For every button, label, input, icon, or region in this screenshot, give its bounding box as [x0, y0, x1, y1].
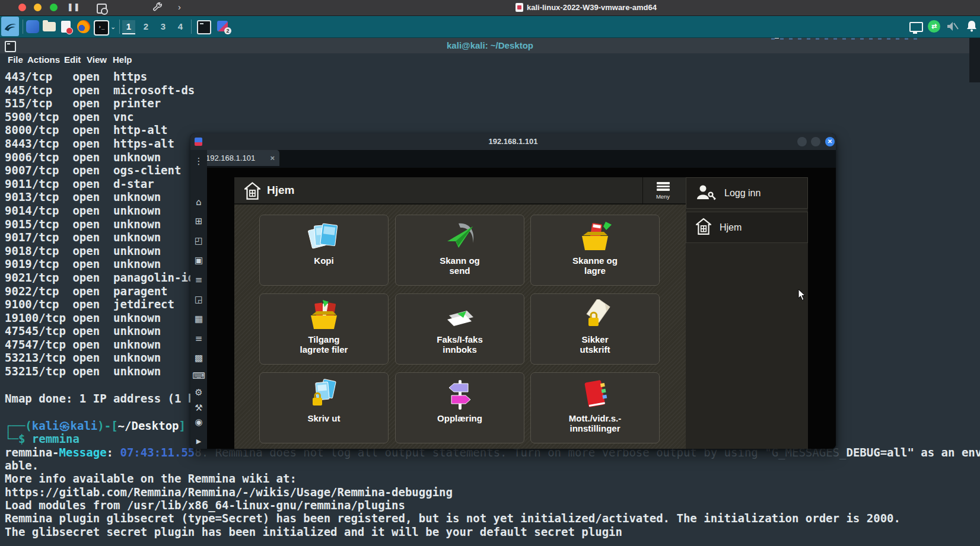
toolbar-tools-icon[interactable]: ⚒	[190, 401, 207, 414]
toolbar-scaling-options-icon[interactable]: ≡	[190, 273, 207, 286]
toolbar-screenshot-icon[interactable]: ◉	[190, 416, 207, 429]
kali-dragon-icon	[3, 20, 17, 34]
remmina-maximize-button[interactable]	[811, 137, 820, 146]
toolbar-fullscreen-icon[interactable]: ▣	[190, 254, 207, 267]
tile-label: Skanne og lagre	[572, 256, 618, 276]
printer-page-title: Hjem	[267, 184, 294, 197]
firefox-icon[interactable]	[77, 20, 90, 33]
printer-tile-rx-forwarding-settings[interactable]: Mott./vidr.s.- innstillinger	[530, 372, 660, 443]
stored-files-box-icon	[305, 298, 343, 334]
nmap-done-line: Nmap done: 1 IP address (1 ho	[5, 392, 202, 405]
display-settings-icon[interactable]	[909, 22, 923, 32]
terminal-menubar: File Actions Edit View Help	[0, 53, 980, 68]
printer-tile-scan-and-store[interactable]: Skanne og lagre	[530, 215, 660, 286]
mac-minimize-button[interactable]	[34, 4, 42, 11]
desktop: ❚❚ › kali-linux-2022-W39-vmware-amd64 ›_…	[0, 0, 980, 546]
remmina-window: 192.168.1.101 ✕ 192.168.1.101 × ⋮ ⌂ ⊞ ◰ …	[190, 133, 836, 449]
print-cards-lock-icon	[305, 376, 343, 413]
terminal-window-title: kali@kali: ~/Desktop	[0, 40, 980, 50]
terminal-log-line: More info available on the Remmina wiki …	[5, 472, 297, 486]
printer-tile-scan-and-send[interactable]: Skann og send	[395, 215, 524, 286]
printer-tile-tutorial[interactable]: Opplæring	[395, 372, 524, 443]
notification-bell-icon[interactable]	[966, 20, 977, 34]
vm-file-icon	[516, 3, 523, 12]
printer-tile-fax-inbox[interactable]: Faks/I-faks innboks	[395, 293, 524, 365]
text-editor-icon[interactable]	[61, 21, 71, 33]
remmina-close-button[interactable]: ✕	[825, 137, 835, 146]
red-settings-book-icon	[576, 376, 614, 413]
shell-prompt-line2: └─$ remmina	[5, 432, 79, 446]
panel-separator	[23, 20, 23, 34]
panel-separator	[191, 20, 192, 34]
terminal-dropdown-chevron-icon[interactable]: ⌄	[110, 23, 116, 31]
terminal-window-icon	[5, 41, 16, 52]
header-home-icon	[244, 182, 260, 202]
tile-label: Mott./vidr.s.- innstillinger	[569, 413, 621, 433]
toolbar-menu-kebab-icon[interactable]: ⋮	[190, 155, 207, 168]
toolbar-home-icon[interactable]: ⌂	[190, 196, 207, 209]
workspace-4[interactable]: 4	[174, 20, 187, 33]
terminal-log-line: able.	[5, 459, 39, 472]
vm-snapshot-icon[interactable]	[97, 4, 107, 14]
tile-label: Skann og send	[440, 256, 480, 276]
sidebar-login-button[interactable]: Logg inn	[686, 177, 808, 209]
menu-file[interactable]: File	[8, 55, 23, 65]
printer-tile-secure-print-inbox[interactable]: Sikker utskrift	[530, 293, 660, 365]
printer-sidebar: Logg inn Hjem	[686, 177, 808, 449]
remmina-minimize-button[interactable]	[797, 137, 807, 146]
terminal-launcher-icon[interactable]: ›_	[94, 20, 109, 36]
workspace-1[interactable]: 1	[122, 20, 135, 34]
tile-label: Kopi	[314, 256, 333, 266]
hamburger-icon	[657, 182, 670, 184]
file-manager-icon[interactable]	[43, 22, 56, 31]
workspace-2[interactable]: 2	[139, 20, 152, 33]
toolbar-grab-keyboard-icon[interactable]: ⌨	[190, 369, 207, 382]
menu-actions[interactable]: Actions	[27, 55, 60, 65]
mouse-cursor	[798, 289, 806, 304]
toolbar-options-icon[interactable]: ≡	[190, 332, 207, 345]
menu-help[interactable]: Help	[113, 55, 132, 65]
toolbar-new-connection-icon[interactable]: ⊞	[190, 215, 207, 228]
menu-view[interactable]: View	[87, 55, 107, 65]
fax-sheets-icon	[441, 298, 479, 334]
kali-menu-button[interactable]	[1, 17, 19, 36]
sidebar-login-label: Logg inn	[724, 188, 761, 199]
locked-document-icon	[576, 298, 614, 334]
toolbar-multi-monitor-icon[interactable]: ▩	[190, 352, 207, 365]
toolbar-fit-window-icon[interactable]: ◰	[190, 234, 207, 247]
remmina-window-title: 192.168.1.101	[190, 137, 836, 146]
settings-app-icon[interactable]	[26, 20, 39, 33]
terminal-log-line: Load modules from /usr/lib/x86_64-linux-…	[5, 499, 405, 512]
toolbar-collapse-icon[interactable]: ▶	[190, 435, 207, 448]
printer-tile-access-stored-files[interactable]: Tilgang lagrete filer	[259, 293, 389, 365]
printer-tile-print[interactable]: Skriv ut	[259, 372, 389, 443]
printer-menu-button[interactable]: Meny	[643, 177, 683, 205]
remote-desktop-viewport: Hjem Meny Logg inn	[207, 168, 836, 449]
tab-close-icon[interactable]: ×	[270, 154, 275, 162]
audio-muted-icon[interactable]	[947, 21, 959, 34]
toolbar-preferences-icon[interactable]: ⚙	[190, 386, 207, 399]
vm-expand-chevron-icon[interactable]: ›	[178, 2, 181, 12]
tile-label: Sikker utskrift	[580, 334, 610, 355]
network-vpn-icon[interactable]: ⇄	[928, 20, 940, 33]
sidebar-home-icon	[696, 218, 711, 237]
taskbar-remmina-window-button[interactable]: 2	[217, 21, 228, 31]
workspace-3[interactable]: 3	[157, 20, 170, 33]
mac-zoom-button[interactable]	[50, 4, 58, 11]
toolbar-dynamic-resolution-icon[interactable]: ◲	[190, 293, 207, 306]
menu-edit[interactable]: Edit	[64, 55, 81, 65]
mac-close-button[interactable]	[18, 4, 26, 11]
printer-tile-copy[interactable]: Kopi	[259, 215, 389, 286]
taskbar-terminal-window-button[interactable]	[197, 20, 211, 34]
sidebar-home-button[interactable]: Hjem	[686, 212, 808, 243]
background-window-edge	[969, 37, 980, 82]
remmina-titlebar[interactable]: 192.168.1.101 ✕	[190, 133, 836, 150]
vm-pause-icon[interactable]: ❚❚	[67, 2, 80, 11]
tile-label: Opplæring	[437, 413, 482, 423]
window-count-badge: 2	[224, 27, 231, 34]
printer-web-ui: Hjem Meny Logg inn	[234, 177, 808, 449]
shell-prompt-line1: ┌──(kali㉿kali)-[~/Desktop]	[5, 419, 186, 433]
remmina-tabbar: 192.168.1.101 ×	[190, 150, 836, 168]
vm-tools-wrench-icon[interactable]	[153, 2, 163, 15]
toolbar-scaled-mode-icon[interactable]: ▦	[190, 312, 207, 325]
